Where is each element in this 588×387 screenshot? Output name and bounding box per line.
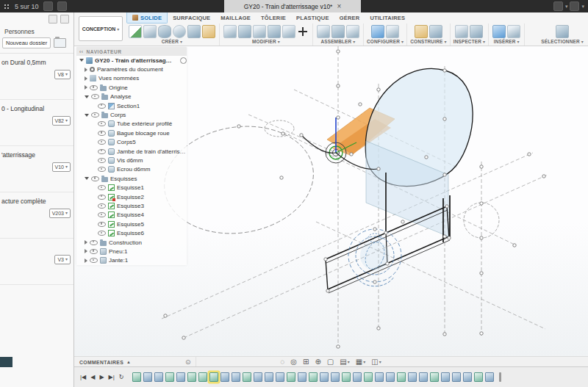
extensions-icon[interactable] (57, 1, 67, 11)
tree-item-body[interactable]: Jambe de train d'atterrissage (76, 147, 187, 156)
tree-item-component-jante[interactable]: Jante:1 (76, 256, 187, 265)
activate-radio-icon[interactable] (180, 57, 187, 64)
timeline-feature-icon[interactable] (463, 372, 472, 382)
press-pull-icon[interactable] (223, 25, 237, 38)
display-settings-icon[interactable]: ▤▾ (340, 358, 349, 366)
version-badge[interactable]: V10▾ (52, 162, 71, 172)
notifications-icon[interactable] (553, 1, 563, 11)
group-label-selectionner[interactable]: SÉLECTIONNER▾ (541, 39, 584, 44)
group-label-inspecter[interactable]: INSPECTER▾ (453, 39, 486, 44)
visibility-eye-icon[interactable] (91, 176, 99, 181)
step-back-icon[interactable]: ◀ (90, 374, 95, 380)
expand-icon[interactable] (85, 249, 87, 253)
timeline-sketch-icon[interactable] (243, 372, 251, 382)
tree-item-sketch[interactable]: Esquisse1 (76, 183, 187, 192)
visibility-eye-icon[interactable] (98, 203, 106, 209)
tree-item-section1[interactable]: Section1 (76, 101, 187, 110)
joint-icon[interactable] (331, 25, 345, 38)
zoom-icon[interactable]: ⊕ (315, 358, 320, 366)
list-view-icon[interactable] (60, 15, 69, 23)
dock-icon[interactable]: ‹‹ (79, 49, 84, 54)
group-label-inserer[interactable]: INSÉRER▾ (494, 39, 520, 44)
tree-item-sketch[interactable]: Esquisse6 (76, 228, 187, 237)
visibility-eye-icon[interactable] (91, 112, 99, 117)
timeline-sketch-icon[interactable] (309, 372, 318, 382)
chevron-down-icon[interactable]: ▾ (581, 4, 584, 10)
tab-utilitaires[interactable]: UTILITAIRES (365, 12, 410, 23)
pan-icon[interactable]: ⊞ (303, 358, 309, 366)
timeline-sketch-icon[interactable] (287, 372, 295, 382)
step-forward-icon[interactable]: ▶| (109, 374, 115, 380)
create-sketch-icon[interactable] (129, 25, 142, 38)
chevron-down-icon[interactable]: ▾ (565, 4, 568, 10)
tree-item-document-settings[interactable]: Paramètres du document (76, 65, 187, 73)
collapse-icon[interactable] (85, 177, 89, 180)
insert-mesh-icon[interactable] (507, 25, 520, 38)
as-built-joint-icon[interactable] (346, 25, 359, 38)
new-component-icon[interactable] (317, 25, 330, 38)
timeline-feature-icon[interactable] (220, 372, 229, 382)
tree-item-sketch[interactable]: Esquisse4 (76, 211, 187, 220)
tree-item-body[interactable]: Corps5 (76, 138, 187, 147)
panel-corner-icon[interactable] (0, 357, 12, 367)
go-to-start-icon[interactable]: |◀ (80, 374, 86, 380)
tab-surfacique[interactable]: SURFACIQUE (168, 12, 215, 23)
tab-tolerie[interactable]: TÔLERIE (256, 12, 291, 23)
timeline-feature-icon[interactable] (320, 372, 329, 382)
section-analysis-icon[interactable] (470, 25, 483, 38)
timeline-feature-icon[interactable] (154, 372, 163, 382)
timeline-feature-icon[interactable] (254, 372, 262, 382)
comment-icon[interactable]: ⊙ (185, 358, 191, 366)
visibility-eye-icon[interactable] (90, 249, 98, 254)
timeline-feature-icon[interactable] (265, 372, 273, 382)
expand-icon[interactable] (79, 59, 84, 62)
timeline-sketch-icon[interactable] (364, 372, 373, 382)
timeline-sketch-icon[interactable] (342, 372, 351, 382)
file-list-item[interactable]: V3▾ (0, 239, 74, 285)
visibility-eye-icon[interactable] (98, 185, 106, 190)
timeline-sketch-icon[interactable] (198, 372, 207, 382)
new-folder-button[interactable]: Nouveau dossier (2, 37, 51, 48)
timeline-sketch-icon[interactable] (165, 372, 174, 382)
timeline-sketch-icon[interactable] (209, 372, 218, 382)
primitive-sphere-icon[interactable] (173, 25, 186, 38)
orbit-icon[interactable]: ◌ (280, 358, 284, 366)
tab-solide[interactable]: SOLIDE (126, 12, 168, 23)
tree-item-sketches[interactable]: Esquisses (76, 174, 187, 183)
version-badge[interactable]: V8▾ (54, 70, 71, 79)
timeline-feature-icon[interactable] (298, 372, 306, 382)
refresh-jobs-icon[interactable] (43, 1, 53, 11)
tree-item-body[interactable]: Ecrou d6mm (76, 165, 187, 174)
insert-derive-icon[interactable] (492, 25, 506, 38)
primitive-box-icon[interactable] (143, 25, 157, 38)
visibility-eye-icon[interactable] (90, 240, 98, 245)
timeline-sketch-icon[interactable] (397, 372, 406, 382)
comments-bar[interactable]: COMMENTAIRES ▴ ⊙ (74, 357, 196, 367)
shell-icon[interactable] (253, 25, 266, 38)
play-icon[interactable]: ▶ (99, 374, 104, 380)
timeline-feature-icon[interactable] (419, 372, 428, 382)
version-badge[interactable]: V3▾ (54, 255, 71, 264)
timeline-feature-icon[interactable] (331, 372, 340, 382)
group-label-modifier[interactable]: MODIFIER▾ (252, 39, 280, 44)
profile-avatar-icon[interactable] (570, 1, 579, 11)
visibility-eye-icon[interactable] (98, 222, 106, 227)
timeline-feature-icon[interactable] (441, 372, 450, 382)
construction-axis-icon[interactable] (429, 25, 442, 38)
visibility-eye-icon[interactable] (98, 167, 106, 172)
look-at-icon[interactable]: ◎ (290, 358, 297, 366)
timeline-feature-icon[interactable] (353, 372, 362, 382)
visibility-eye-icon[interactable] (98, 131, 106, 136)
file-list-item[interactable]: acture complète V203▾ (0, 192, 74, 239)
visibility-eye-icon[interactable] (91, 94, 99, 99)
timeline-feature-icon[interactable] (485, 372, 494, 382)
grid-layout-icon[interactable]: ▦▾ (356, 358, 365, 366)
tree-item-sketch[interactable]: Esquisse2 (76, 192, 187, 201)
timeline-feature-icon[interactable] (386, 372, 395, 382)
job-status-text[interactable]: 5 sur 10 (15, 3, 39, 10)
file-list-item[interactable]: 0 - Longitudinal V82▾ (0, 100, 74, 146)
offset-face-icon[interactable] (282, 25, 295, 38)
timeline-sketch-icon[interactable] (474, 372, 483, 382)
tree-item-construction[interactable]: Construction (76, 238, 187, 247)
configuration-table-icon[interactable] (386, 25, 399, 38)
